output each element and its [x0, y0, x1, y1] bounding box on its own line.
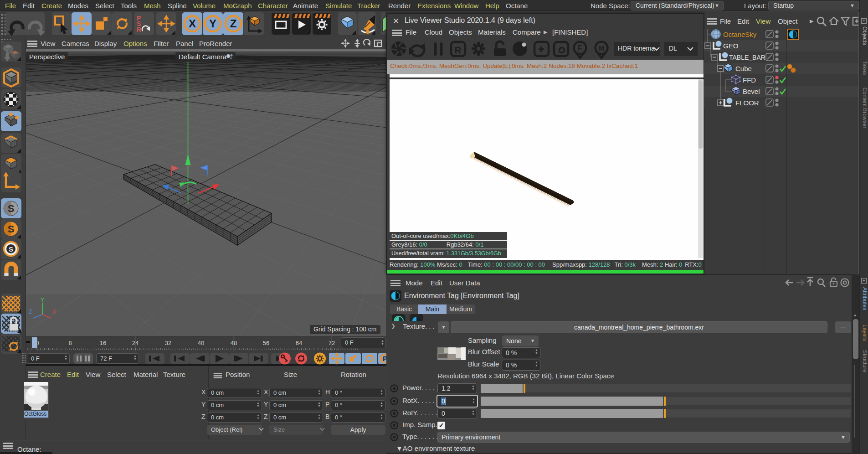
- svg-text:FFD: FFD: [743, 76, 756, 84]
- svg-text:Bevel: Bevel: [743, 88, 760, 95]
- svg-text:FLOOR: FLOOR: [735, 99, 759, 107]
- svg-text:TABLE_BAR: TABLE_BAR: [729, 54, 765, 61]
- svg-text:GEO: GEO: [723, 42, 738, 50]
- svg-text:Cube: Cube: [735, 65, 752, 72]
- svg-text:OctaneSky: OctaneSky: [723, 31, 757, 38]
